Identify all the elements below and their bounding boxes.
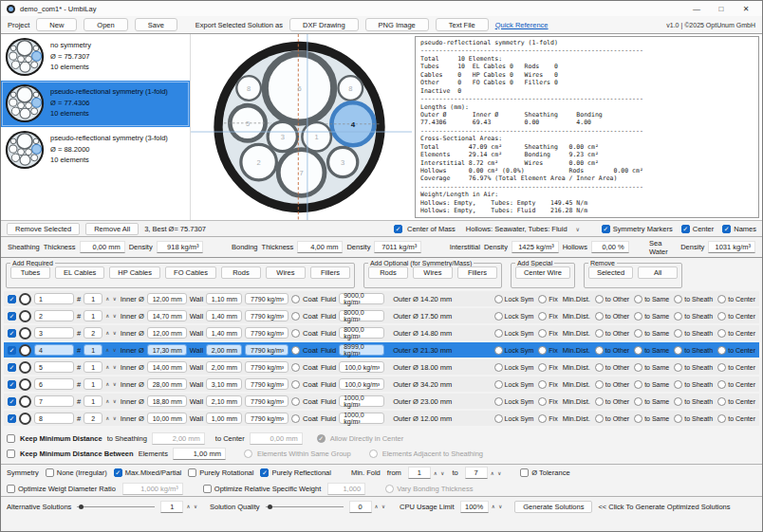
element-row[interactable]: 7#1∧ ∨Inner Ø18,80 mmWall2,10 mm7790 kg/… [4,394,759,409]
inner-diameter-field[interactable]: 14,00 mm [147,361,187,373]
bonding-thickness-field[interactable]: 4,00 mm [297,241,343,253]
lock-sym-checkbox[interactable] [494,295,503,303]
solution-item[interactable]: pseudo-reflectional symmetry (1-fold)Ø =… [1,81,190,127]
element-count-field[interactable]: 2 [84,413,102,424]
wall-field[interactable]: 2,00 mm [206,361,242,373]
element-name-field[interactable]: 3 [34,327,74,339]
inner-diameter-field[interactable]: 12,00 mm [147,327,187,339]
density-field[interactable]: 7790 kg/m³ [245,327,288,339]
rel-weight-field[interactable]: 1,000 [327,483,365,495]
alternative-solutions-spinner[interactable]: ∧ ∨ [186,504,198,509]
element-enabled-checkbox[interactable] [8,295,16,303]
inner-diameter-field[interactable]: 28,00 mm [147,378,187,390]
to-other-checkbox[interactable] [595,380,604,389]
inner-diameter-field[interactable]: 12,00 mm [147,293,187,304]
group-button-fo-cables[interactable]: FO Cables [165,266,216,279]
group-button-hp-cables[interactable]: HP Cables [109,266,160,279]
fix-checkbox[interactable] [538,295,547,303]
solution-item[interactable]: pseudo-reflectional symmetry (3-fold)Ø =… [1,127,190,174]
solution-quality-spinner[interactable]: ∧ ∨ [375,504,387,509]
weight-ratio-field[interactable]: 1,000 kg/m³ [122,483,183,495]
fluid-density-field[interactable]: 1000,0 kg/m³ [339,395,384,407]
names-checkbox[interactable] [722,225,731,233]
density-field[interactable]: 7790 kg/m³ [245,293,288,304]
wall-field[interactable]: 3,10 mm [206,378,242,390]
hollows-field[interactable]: 0,00 % [591,241,629,253]
group-button-wires[interactable]: Wires [266,266,306,279]
to-same-checkbox[interactable] [634,346,642,355]
element-name-field[interactable]: 5 [34,361,74,373]
coat-checkbox[interactable] [291,414,300,423]
group-button-all[interactable]: All [638,266,678,279]
element-name-field[interactable]: 1 [34,293,74,304]
to-other-checkbox[interactable] [595,346,604,355]
to-sheath-checkbox[interactable] [674,414,682,423]
close-button[interactable]: ✕ [734,2,758,16]
center-of-mass-checkbox[interactable] [394,225,402,233]
lock-sym-checkbox[interactable] [494,363,503,372]
diameter-tolerance-checkbox[interactable] [520,468,529,477]
to-sheath-checkbox[interactable] [674,295,682,303]
quick-reference-link[interactable]: Quick Reference [495,21,549,29]
to-other-checkbox[interactable] [595,397,604,406]
wall-field[interactable]: 1,40 mm [206,327,242,339]
lock-sym-checkbox[interactable] [494,346,503,355]
solution-item[interactable]: no symmetryØ = 75.730710 elements [1,34,190,81]
to-other-checkbox[interactable] [595,414,604,423]
vary-bonding-checkbox[interactable] [385,485,394,493]
count-spinner[interactable]: ∧ ∨ [105,330,118,336]
to-same-checkbox[interactable] [634,295,642,303]
maximize-button[interactable]: □ [709,2,734,16]
symmetry-markers-checkbox[interactable] [602,225,610,233]
to-other-checkbox[interactable] [595,312,604,321]
group-button-tubes[interactable]: Tubes [10,266,50,279]
wall-field[interactable]: 1,40 mm [206,310,242,321]
element-enabled-checkbox[interactable] [8,397,16,406]
group-button-rods[interactable]: Rods [368,266,408,279]
to-center-checkbox[interactable] [717,329,726,338]
allow-directly-center-checkbox[interactable] [317,434,326,443]
chevron-down-icon[interactable]: ∨ [576,226,580,232]
to-sheath-checkbox[interactable] [674,363,682,372]
min-fold-from-field[interactable]: 1 [408,467,431,479]
to-center-checkbox[interactable] [717,363,726,372]
group-button-center-wire[interactable]: Center Wire [515,266,570,279]
inner-diameter-field[interactable]: 14,70 mm [147,310,187,321]
count-spinner[interactable]: ∧ ∨ [105,415,118,421]
to-same-checkbox[interactable] [634,329,642,338]
fluid-density-field[interactable]: 100,0 kg/m³ [339,378,384,390]
cable-diagram[interactable]: 6885431273 [191,34,412,220]
fix-checkbox[interactable] [538,397,547,406]
to-other-checkbox[interactable] [595,329,604,338]
element-enabled-checkbox[interactable] [8,329,16,338]
sheathing-thickness-field[interactable]: 0,00 mm [80,241,125,253]
group-button-wires[interactable]: Wires [413,266,453,279]
group-button-fillers[interactable]: Fillers [310,266,350,279]
density-field[interactable]: 7790 kg/m³ [245,413,288,424]
remove-selected-button[interactable]: Remove Selected [7,223,80,235]
minimize-button[interactable]: — [684,2,709,16]
coat-checkbox[interactable] [291,346,300,355]
to-other-checkbox[interactable] [595,295,604,303]
element-count-field[interactable]: 1 [84,344,102,356]
to-sheathing-field[interactable]: 2,00 mm [152,432,205,445]
element-row[interactable]: 2#1∧ ∨Inner Ø14,70 mmWall1,40 mm7790 kg/… [4,308,759,323]
to-center-checkbox[interactable] [717,346,726,355]
group-button-el-cables[interactable]: EL Cables [55,266,104,279]
to-center-checkbox[interactable] [717,295,726,303]
count-spinner[interactable]: ∧ ∨ [105,313,118,319]
to-center-field[interactable]: 0,00 mm [250,432,303,445]
fluid-density-field[interactable]: 8000,0 kg/m³ [339,327,384,339]
to-center-checkbox[interactable] [717,414,726,423]
solution-details-panel[interactable]: pseudo-reflectional symmetry (1-fold) --… [415,36,759,218]
to-same-checkbox[interactable] [634,312,642,321]
keep-min-distance-between-checkbox[interactable] [7,449,15,458]
inner-diameter-field[interactable]: 18,80 mm [147,395,187,407]
to-center-checkbox[interactable] [717,397,726,406]
min-fold-to-spinner[interactable]: ∧ ∨ [491,470,503,476]
bonding-density-field[interactable]: 7011 kg/m³ [374,241,421,253]
fluid-density-field[interactable]: 100,0 kg/m³ [339,361,384,373]
inner-diameter-field[interactable]: 17,30 mm [147,344,187,356]
group-button-rods[interactable]: Rods [221,266,261,279]
wall-field[interactable]: 1,00 mm [206,413,242,424]
